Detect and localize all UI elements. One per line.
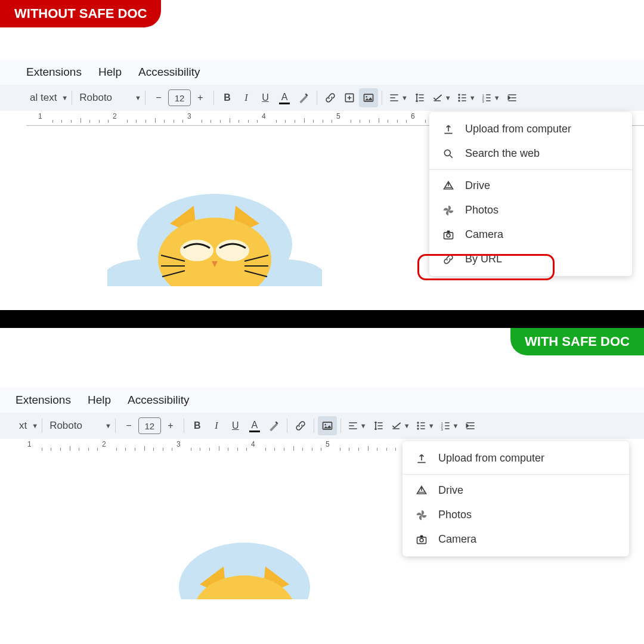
highlight-button[interactable] xyxy=(294,88,313,107)
menu-help[interactable]: Help xyxy=(98,66,122,79)
align-icon xyxy=(388,92,400,104)
indent-button[interactable] xyxy=(461,416,480,435)
badge-without: WITHOUT SAFE DOC xyxy=(0,0,161,27)
font-size-input[interactable]: 12 xyxy=(138,417,161,434)
menu-extensions[interactable]: Extensions xyxy=(16,394,71,407)
image-insert-menu: Upload from computer Search the web Driv… xyxy=(429,112,632,276)
menu-accessibility[interactable]: Accessibility xyxy=(138,66,200,79)
indent-icon xyxy=(506,92,518,104)
chevron-down-icon: ▼ xyxy=(135,94,141,101)
menu-photos[interactable]: Photos xyxy=(429,198,632,222)
link-icon xyxy=(442,253,454,265)
underline-button[interactable]: U xyxy=(256,88,275,107)
numlist-button[interactable]: ▼ xyxy=(437,416,462,435)
menu-upload[interactable]: Upload from computer xyxy=(429,117,632,141)
menu-upload[interactable]: Upload from computer xyxy=(402,446,629,470)
linespacing-icon xyxy=(373,420,385,432)
linespacing-button[interactable] xyxy=(410,88,429,107)
toolbar: xt▼ Roboto▼ − 12 + B I U A ▼ ▼ ▼ ▼ xyxy=(0,413,644,439)
numlist-icon xyxy=(439,420,451,432)
cat-illustration xyxy=(107,191,322,286)
bold-button[interactable]: B xyxy=(188,416,207,435)
menu-by-url[interactable]: By URL xyxy=(429,247,632,271)
linespacing-button[interactable] xyxy=(369,416,388,435)
chevron-down-icon: ▼ xyxy=(32,422,38,429)
bullets-button[interactable]: ▼ xyxy=(454,88,478,107)
drive-icon xyxy=(442,180,454,192)
cat-illustration xyxy=(155,540,334,599)
bullets-icon xyxy=(415,420,427,432)
menu-photos[interactable]: Photos xyxy=(402,503,629,527)
font-increase[interactable]: + xyxy=(191,88,210,107)
upload-icon xyxy=(442,123,454,135)
link-button[interactable] xyxy=(321,88,340,107)
menu-accessibility[interactable]: Accessibility xyxy=(128,394,189,407)
indent-icon xyxy=(465,420,476,432)
bold-button[interactable]: B xyxy=(218,88,237,107)
menu-camera[interactable]: Camera xyxy=(402,527,629,552)
font-size-input[interactable]: 12 xyxy=(168,89,191,106)
style-dropdown[interactable]: xt xyxy=(16,420,30,432)
photos-icon xyxy=(442,205,454,216)
menu-extensions[interactable]: Extensions xyxy=(26,66,82,79)
photos-icon xyxy=(416,509,428,521)
numlist-button[interactable]: ▼ xyxy=(478,88,503,107)
link-icon xyxy=(324,92,336,104)
numlist-icon xyxy=(481,92,493,104)
italic-button[interactable]: I xyxy=(237,88,256,107)
search-icon xyxy=(442,148,454,160)
image-icon xyxy=(321,420,333,432)
text-color-button[interactable]: A xyxy=(245,416,264,435)
bullets-icon xyxy=(456,92,468,104)
bullets-button[interactable]: ▼ xyxy=(413,416,437,435)
font-decrease[interactable]: − xyxy=(149,88,168,107)
font-dropdown[interactable]: Roboto xyxy=(76,92,116,104)
linespacing-icon xyxy=(414,92,426,104)
image-button[interactable] xyxy=(318,416,337,435)
menu-drive[interactable]: Drive xyxy=(402,478,629,503)
image-icon xyxy=(363,92,374,104)
link-icon xyxy=(295,420,306,432)
align-button[interactable]: ▼ xyxy=(345,416,369,435)
font-dropdown[interactable]: Roboto xyxy=(46,420,86,432)
toolbar: al text▼ Roboto▼ − 12 + B I U A ▼ ▼ ▼ ▼ xyxy=(0,85,644,111)
comment-button[interactable] xyxy=(340,88,359,107)
menu-camera[interactable]: Camera xyxy=(429,222,632,247)
checklist-icon xyxy=(432,92,444,104)
svg-point-16 xyxy=(180,240,213,261)
divider xyxy=(0,310,644,328)
menu-search-web[interactable]: Search the web xyxy=(429,141,632,166)
checklist-button[interactable]: ▼ xyxy=(388,416,413,435)
font-increase[interactable]: + xyxy=(161,416,180,435)
chevron-down-icon: ▼ xyxy=(61,94,68,101)
underline-button[interactable]: U xyxy=(226,416,245,435)
svg-point-17 xyxy=(216,240,249,261)
align-icon xyxy=(347,420,359,432)
menubar: Extensions Help Accessibility xyxy=(0,388,644,413)
menubar: Extensions Help Accessibility xyxy=(0,60,644,85)
camera-icon xyxy=(416,534,428,546)
badge-with: WITH SAFE DOC xyxy=(510,328,644,355)
checklist-icon xyxy=(391,420,402,432)
menu-help[interactable]: Help xyxy=(88,394,111,407)
menu-drive[interactable]: Drive xyxy=(429,174,632,198)
image-insert-menu: Upload from computer Drive Photos Camera xyxy=(402,441,629,556)
indent-button[interactable] xyxy=(503,88,522,107)
plus-icon xyxy=(343,92,355,104)
drive-icon xyxy=(416,485,428,497)
chevron-down-icon: ▼ xyxy=(105,422,112,429)
link-button[interactable] xyxy=(291,416,310,435)
checklist-button[interactable]: ▼ xyxy=(429,88,454,107)
highlight-button[interactable] xyxy=(264,416,283,435)
align-button[interactable]: ▼ xyxy=(386,88,410,107)
upload-icon xyxy=(416,453,428,465)
highlight-icon xyxy=(268,420,280,432)
text-color-button[interactable]: A xyxy=(275,88,294,107)
highlight-icon xyxy=(298,92,309,104)
camera-icon xyxy=(442,229,454,241)
font-decrease[interactable]: − xyxy=(119,416,138,435)
image-button[interactable] xyxy=(359,88,378,107)
style-dropdown[interactable]: al text xyxy=(26,92,60,104)
italic-button[interactable]: I xyxy=(207,416,226,435)
